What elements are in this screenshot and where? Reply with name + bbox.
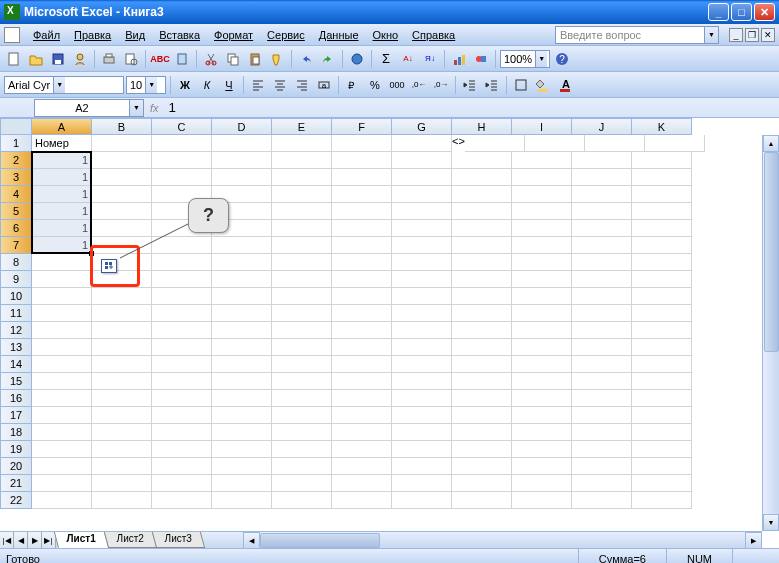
- cell[interactable]: [272, 254, 332, 271]
- cell[interactable]: [332, 458, 392, 475]
- cell[interactable]: [212, 458, 272, 475]
- cell[interactable]: [212, 271, 272, 288]
- currency-button[interactable]: ₽: [343, 75, 363, 95]
- cell[interactable]: [32, 288, 92, 305]
- cell[interactable]: [452, 271, 512, 288]
- cell[interactable]: [32, 424, 92, 441]
- cell[interactable]: [392, 458, 452, 475]
- cell[interactable]: [92, 135, 152, 152]
- horizontal-scrollbar[interactable]: ◀ ▶: [243, 532, 762, 548]
- cell[interactable]: [452, 322, 512, 339]
- cell[interactable]: [572, 254, 632, 271]
- underline-button[interactable]: Ч: [219, 75, 239, 95]
- cell[interactable]: [392, 305, 452, 322]
- decrease-indent-button[interactable]: [460, 75, 480, 95]
- cell[interactable]: [452, 373, 512, 390]
- name-box-dropdown[interactable]: ▼: [130, 99, 144, 117]
- cell[interactable]: [152, 271, 212, 288]
- cell[interactable]: [572, 322, 632, 339]
- formula-input[interactable]: [165, 99, 779, 117]
- cell[interactable]: [332, 135, 392, 152]
- cell[interactable]: [152, 424, 212, 441]
- doc-icon[interactable]: [4, 27, 20, 43]
- cell[interactable]: [332, 186, 392, 203]
- cell[interactable]: [152, 475, 212, 492]
- cell[interactable]: [572, 288, 632, 305]
- cell[interactable]: [212, 424, 272, 441]
- cell[interactable]: [32, 441, 92, 458]
- mdi-minimize-button[interactable]: _: [729, 28, 743, 42]
- cell[interactable]: [392, 339, 452, 356]
- fx-label[interactable]: fx: [150, 102, 159, 114]
- menu-data[interactable]: Данные: [312, 27, 366, 43]
- cell[interactable]: [392, 220, 452, 237]
- cell[interactable]: [212, 135, 272, 152]
- cell[interactable]: [572, 203, 632, 220]
- spelling-button[interactable]: ABC: [150, 49, 170, 69]
- cell[interactable]: [332, 322, 392, 339]
- cell[interactable]: [152, 339, 212, 356]
- cell[interactable]: [572, 373, 632, 390]
- cell[interactable]: [32, 271, 92, 288]
- cell[interactable]: [392, 407, 452, 424]
- cell[interactable]: [512, 339, 572, 356]
- cell[interactable]: [632, 339, 692, 356]
- cell[interactable]: [392, 322, 452, 339]
- cell[interactable]: [92, 407, 152, 424]
- cell[interactable]: [392, 475, 452, 492]
- cell[interactable]: [452, 475, 512, 492]
- cell[interactable]: [392, 390, 452, 407]
- cell[interactable]: [632, 152, 692, 169]
- cell[interactable]: [632, 424, 692, 441]
- row-header[interactable]: 5: [0, 203, 32, 220]
- cell[interactable]: [512, 254, 572, 271]
- cell[interactable]: [332, 356, 392, 373]
- sheet-tab-3[interactable]: Лист3: [152, 532, 206, 548]
- col-header-f[interactable]: F: [332, 118, 392, 135]
- cell[interactable]: [572, 339, 632, 356]
- print-preview-button[interactable]: [121, 49, 141, 69]
- cell[interactable]: [332, 441, 392, 458]
- font-combo[interactable]: Arial Cyr▼: [4, 76, 124, 94]
- cell[interactable]: [332, 152, 392, 169]
- cell[interactable]: [512, 356, 572, 373]
- cell[interactable]: [512, 220, 572, 237]
- minimize-button[interactable]: _: [708, 3, 729, 21]
- cell[interactable]: [632, 305, 692, 322]
- cell[interactable]: [272, 135, 332, 152]
- cell[interactable]: [32, 407, 92, 424]
- menu-window[interactable]: Окно: [366, 27, 406, 43]
- cell[interactable]: [272, 271, 332, 288]
- col-header-c[interactable]: C: [152, 118, 212, 135]
- cell[interactable]: [392, 152, 452, 169]
- row-header[interactable]: 14: [0, 356, 32, 373]
- permission-button[interactable]: [70, 49, 90, 69]
- row-header[interactable]: 2: [0, 152, 32, 169]
- autosum-button[interactable]: Σ: [376, 49, 396, 69]
- hyperlink-button[interactable]: [347, 49, 367, 69]
- cell[interactable]: [272, 492, 332, 509]
- cell[interactable]: [212, 407, 272, 424]
- cell[interactable]: [632, 271, 692, 288]
- cell[interactable]: [452, 492, 512, 509]
- sort-asc-button[interactable]: А↓: [398, 49, 418, 69]
- cell-a5[interactable]: 1: [32, 203, 92, 220]
- cell[interactable]: [212, 322, 272, 339]
- cell[interactable]: [572, 458, 632, 475]
- cell-a3[interactable]: 1: [32, 169, 92, 186]
- scroll-left-button[interactable]: ◀: [243, 532, 260, 549]
- cell[interactable]: [572, 356, 632, 373]
- font-size-combo[interactable]: 10▼: [126, 76, 166, 94]
- row-header[interactable]: 18: [0, 424, 32, 441]
- decrease-decimal-button[interactable]: ,0→: [431, 75, 451, 95]
- cell[interactable]: [452, 458, 512, 475]
- cell[interactable]: [272, 305, 332, 322]
- cell[interactable]: [152, 169, 212, 186]
- cell[interactable]: [512, 407, 572, 424]
- maximize-button[interactable]: □: [731, 3, 752, 21]
- cell[interactable]: [32, 458, 92, 475]
- cell[interactable]: [332, 305, 392, 322]
- cell[interactable]: [212, 441, 272, 458]
- cell[interactable]: [645, 135, 705, 152]
- cell[interactable]: [632, 356, 692, 373]
